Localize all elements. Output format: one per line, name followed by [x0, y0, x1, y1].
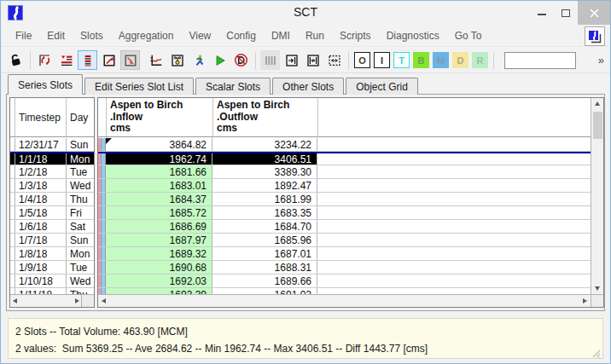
scroll-left-icon[interactable] — [102, 298, 106, 303]
day-cell[interactable]: Wed — [67, 179, 94, 192]
timestep-cell[interactable]: 1/3/18 — [15, 179, 67, 192]
day-cell[interactable]: Sat — [67, 220, 94, 233]
timestep-row[interactable]: 1/7/18Sun — [10, 234, 94, 247]
timestep-row[interactable]: 1/11/18Thu — [10, 288, 94, 294]
day-cell[interactable]: Fri — [67, 206, 94, 219]
day-cell[interactable]: Thu — [67, 193, 94, 205]
toolbar-search-input[interactable] — [504, 52, 576, 69]
scroll-left-icon[interactable] — [13, 298, 17, 303]
timestep-cell[interactable]: 1/2/18 — [15, 165, 67, 178]
day-cell[interactable]: Sun — [67, 234, 94, 246]
open-slot-dialog-button[interactable] — [99, 50, 119, 70]
slot-value-row[interactable]: 1692.031689.66 — [98, 274, 591, 288]
flag-button-t[interactable]: T — [393, 52, 410, 68]
menu-go-to[interactable]: Go To — [447, 30, 490, 42]
inflow-value-cell[interactable]: 1687.97 — [106, 234, 212, 246]
menu-slots[interactable]: Slots — [73, 30, 111, 42]
slot-value-row[interactable]: 1684.371681.99 — [98, 193, 591, 206]
slot-value-row[interactable]: 3864.823234.22 — [98, 138, 591, 152]
fit-all-columns-button[interactable] — [324, 50, 344, 70]
day-cell[interactable]: Mon — [67, 247, 94, 260]
sct-configuration-button[interactable] — [167, 50, 187, 70]
slot-value-row[interactable]: 1686.691684.70 — [98, 220, 591, 234]
scroll-down-icon[interactable] — [595, 286, 600, 291]
menu-scripts[interactable]: Scripts — [332, 30, 379, 42]
maximize-button[interactable] — [554, 1, 578, 25]
outflow-value-cell[interactable]: 1683.35 — [212, 206, 317, 219]
sort-rows-button[interactable] — [56, 50, 76, 70]
close-button[interactable] — [578, 1, 610, 25]
inflow-value-cell[interactable]: 1693.39 — [106, 288, 212, 294]
timestep-row[interactable]: 1/8/18Mon — [10, 247, 94, 261]
outflow-value-cell[interactable]: 3406.51 — [212, 153, 317, 165]
slot-value-row[interactable]: 1685.721683.35 — [98, 206, 591, 220]
riverware-menu-button[interactable] — [585, 26, 605, 46]
timestep-row[interactable]: 12/31/17Sun — [10, 138, 94, 152]
vscroll-thumb[interactable] — [593, 112, 602, 139]
outflow-value-cell[interactable]: 1684.70 — [212, 220, 317, 233]
timestep-marks-button[interactable] — [260, 50, 280, 70]
inflow-value-cell[interactable]: 1684.37 — [106, 193, 212, 205]
timestep-row[interactable]: 1/2/18Tue — [10, 165, 94, 179]
flag-button-o[interactable]: O — [354, 52, 370, 68]
outflow-value-cell[interactable]: 1689.66 — [212, 274, 317, 287]
inflow-value-cell[interactable]: 1962.74 — [106, 153, 212, 165]
timestep-cell[interactable]: 1/6/18 — [15, 220, 67, 233]
timestep-cell[interactable]: 1/9/18 — [15, 261, 67, 274]
inflow-value-cell[interactable]: 1689.32 — [106, 247, 212, 260]
day-cell[interactable]: Tue — [67, 165, 94, 178]
menu-file[interactable]: File — [8, 30, 39, 42]
timestep-row[interactable]: 1/6/18Sat — [10, 220, 94, 234]
timestep-cell[interactable]: 1/10/18 — [15, 274, 67, 287]
tab-edit-series-slot-list[interactable]: Edit Series Slot List — [84, 78, 194, 95]
tab-scalar-slots[interactable]: Scalar Slots — [195, 78, 271, 95]
scroll-right-icon[interactable] — [75, 298, 79, 303]
day-column-header[interactable]: Day — [67, 98, 94, 136]
timestep-row[interactable]: 1/3/18Wed — [10, 179, 94, 193]
synchronize-slots-button[interactable] — [35, 50, 55, 70]
toolbar-overflow-chevron[interactable]: » — [598, 54, 603, 66]
outflow-value-cell[interactable]: 3234.22 — [212, 138, 317, 151]
day-cell[interactable]: Sun — [67, 138, 94, 151]
timestep-column-header[interactable]: Timestep — [15, 98, 67, 136]
timestep-cell[interactable]: 1/8/18 — [15, 247, 67, 260]
outflow-value-cell[interactable]: 1685.96 — [212, 234, 317, 246]
timestep-row[interactable]: 1/10/18Wed — [10, 274, 94, 288]
day-cell[interactable]: Thu — [67, 288, 94, 294]
inflow-value-cell[interactable]: 1685.72 — [106, 206, 212, 219]
outflow-value-cell[interactable]: 1691.02 — [212, 288, 317, 294]
timestep-row[interactable]: 1/4/18Thu — [10, 193, 94, 206]
slot-value-row[interactable]: 1681.663389.30 — [98, 165, 591, 179]
flag-button-d[interactable]: D — [452, 52, 468, 68]
timestep-row[interactable]: 1/9/18Tue — [10, 261, 94, 274]
outflow-value-cell[interactable]: 3389.30 — [212, 165, 317, 178]
outflow-value-cell[interactable]: 1681.99 — [212, 193, 317, 205]
slot-value-row[interactable]: 1683.011892.47 — [98, 179, 591, 193]
run-control-button[interactable] — [189, 50, 208, 70]
timestep-row[interactable]: 1/5/18Fri — [10, 206, 94, 220]
menu-config[interactable]: Config — [218, 30, 264, 42]
timestep-cell[interactable]: 1/7/18 — [15, 234, 67, 246]
outflow-value-cell[interactable]: 1687.01 — [212, 247, 317, 260]
resize-grip[interactable] — [591, 346, 601, 356]
menu-edit[interactable]: Edit — [39, 30, 73, 42]
menu-diagnostics[interactable]: Diagnostics — [379, 30, 447, 42]
inflow-value-cell[interactable]: 1686.69 — [106, 220, 212, 233]
flag-button-r[interactable]: R — [472, 52, 488, 68]
menu-aggregation[interactable]: Aggregation — [111, 30, 182, 42]
inflow-value-cell[interactable]: 1683.01 — [106, 179, 212, 192]
flag-button-b[interactable]: B — [413, 52, 429, 68]
scroll-right-icon[interactable] — [583, 298, 587, 303]
day-cell[interactable]: Mon — [67, 153, 94, 165]
tab-object-grid[interactable]: Object Grid — [346, 78, 418, 95]
flag-button-m[interactable]: M — [433, 52, 449, 68]
scroll-up-icon[interactable] — [595, 101, 600, 106]
slot-value-row[interactable]: 1690.681688.31 — [98, 261, 591, 274]
inflow-value-cell[interactable]: 1692.03 — [106, 274, 212, 287]
menu-view[interactable]: View — [181, 30, 218, 42]
inflow-value-cell[interactable]: 1690.68 — [106, 261, 212, 274]
lock-open-button[interactable] — [6, 50, 26, 70]
slot-column-header-outflow[interactable]: Aspen to Birch .Outflow cms — [213, 98, 318, 136]
timestep-cell[interactable]: 1/5/18 — [15, 206, 67, 219]
slot-pane-hscrollbar[interactable] — [98, 294, 591, 307]
